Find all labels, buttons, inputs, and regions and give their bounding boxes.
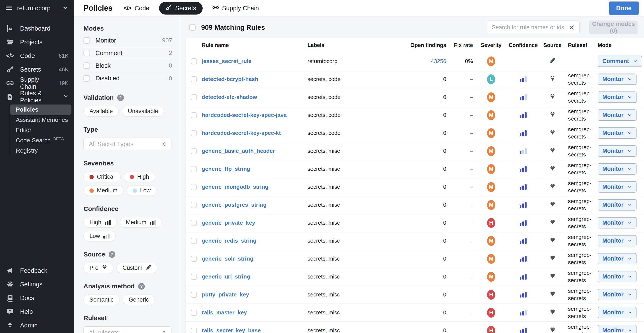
help-icon[interactable]: ? xyxy=(117,95,124,101)
help-icon[interactable]: ? xyxy=(109,251,115,258)
row-checkbox[interactable] xyxy=(191,292,197,298)
row-checkbox[interactable] xyxy=(191,130,197,136)
row-checkbox[interactable] xyxy=(191,112,197,118)
sidebar-item-help[interactable]: ? Help xyxy=(0,305,74,318)
mode-dropdown[interactable]: Monitor xyxy=(598,289,636,300)
rule-name-link[interactable]: detected-etc-shadow xyxy=(202,94,257,100)
tab-code[interactable]: </> Code xyxy=(124,5,149,12)
mode-dropdown[interactable]: Monitor xyxy=(598,127,636,139)
sidebar-item-policies[interactable]: Policies xyxy=(10,105,71,115)
mode-dropdown[interactable]: Monitor xyxy=(598,109,636,121)
sidebar-item-secrets[interactable]: Secrets 46K xyxy=(0,63,74,76)
mode-dropdown[interactable]: Monitor xyxy=(598,307,636,318)
mode-dropdown[interactable]: Comment xyxy=(598,56,642,67)
rule-name-link[interactable]: generic_redis_string xyxy=(202,237,256,244)
mode-dropdown[interactable]: Monitor xyxy=(598,271,636,282)
hamburger-menu-icon[interactable] xyxy=(5,4,12,13)
filter-confidence-high[interactable]: High xyxy=(84,217,117,228)
search-input[interactable] xyxy=(492,24,566,31)
sidebar-item-supply-chain[interactable]: Supply Chain 19K xyxy=(0,76,74,90)
mode-dropdown[interactable]: Monitor xyxy=(598,253,636,264)
filter-severity-critical[interactable]: Critical xyxy=(84,172,121,182)
mode-dropdown[interactable]: Monitor xyxy=(598,217,636,228)
filter-severity-high[interactable]: High xyxy=(124,172,155,182)
row-checkbox[interactable] xyxy=(191,184,197,190)
filter-analysis-generic[interactable]: Generic xyxy=(123,294,155,305)
filter-source-custom[interactable]: Custom xyxy=(116,263,157,273)
ruleset-select[interactable]: All rulesets xyxy=(84,326,172,333)
rule-name-link[interactable]: generic_private_key xyxy=(202,219,255,226)
block-checkbox[interactable] xyxy=(84,62,90,69)
mode-filter-block[interactable]: Block 0 xyxy=(84,59,172,72)
filter-confidence-low[interactable]: Low xyxy=(84,231,116,241)
filter-confidence-medium[interactable]: Medium xyxy=(120,217,162,228)
mode-filter-monitor[interactable]: Monitor 907 xyxy=(84,34,172,47)
sidebar-item-assistant-memories[interactable]: Assistant Memories xyxy=(10,115,71,125)
row-checkbox[interactable] xyxy=(191,220,197,226)
sidebar-item-dashboard[interactable]: Dashboard xyxy=(0,22,74,35)
monitor-checkbox[interactable] xyxy=(84,37,90,44)
done-button[interactable]: Done xyxy=(609,2,639,15)
rule-name-link[interactable]: jesses_secret_rule xyxy=(202,58,252,64)
row-checkbox[interactable] xyxy=(191,94,197,100)
tab-supply-chain[interactable]: Supply Chain xyxy=(212,4,259,12)
row-checkbox[interactable] xyxy=(191,328,197,333)
sidebar-item-docs[interactable]: Docs xyxy=(0,291,74,305)
sidebar-item-settings[interactable]: Settings xyxy=(0,277,74,291)
row-checkbox[interactable] xyxy=(191,202,197,208)
sidebar-item-feedback[interactable]: Feedback xyxy=(0,264,74,277)
row-checkbox[interactable] xyxy=(191,76,197,82)
sidebar-item-code-search[interactable]: Code SearchBETA xyxy=(10,135,71,146)
help-icon[interactable]: ? xyxy=(138,283,145,290)
mode-dropdown[interactable]: Monitor xyxy=(598,145,636,157)
rule-name-link[interactable]: generic_ftp_string xyxy=(202,166,250,172)
sidebar-item-registry[interactable]: Registry xyxy=(10,146,71,156)
rule-name-link[interactable]: hardcoded-secret-key-spec-java xyxy=(202,112,286,118)
row-checkbox[interactable] xyxy=(191,310,197,316)
filter-validation-available[interactable]: Available xyxy=(84,106,119,117)
change-modes-button[interactable]: Change modes (0) xyxy=(589,21,638,34)
sidebar-item-rules-policies[interactable]: Rules & Policies xyxy=(0,90,74,104)
disabled-checkbox[interactable] xyxy=(84,75,90,82)
filter-severity-low[interactable]: Low xyxy=(126,185,157,196)
mode-filter-disabled[interactable]: Disabled 0 xyxy=(84,72,172,85)
mode-dropdown[interactable]: Monitor xyxy=(598,325,636,333)
rule-name-link[interactable]: hardcoded-secret-key-spec-kt xyxy=(202,130,281,136)
mode-dropdown[interactable]: Monitor xyxy=(598,199,636,210)
row-checkbox[interactable] xyxy=(191,256,197,262)
mode-dropdown[interactable]: Monitor xyxy=(598,235,636,246)
tab-secrets[interactable]: Secrets xyxy=(159,2,202,15)
select-all-checkbox[interactable] xyxy=(189,24,196,31)
mode-dropdown[interactable]: Monitor xyxy=(598,163,636,175)
mode-dropdown[interactable]: Monitor xyxy=(598,181,636,193)
sidebar-item-projects[interactable]: Projects xyxy=(0,35,74,49)
secret-type-select[interactable]: All Secret Types xyxy=(84,138,172,150)
comment-checkbox[interactable] xyxy=(84,50,90,56)
sidebar-item-editor[interactable]: Editor xyxy=(10,125,71,135)
rule-name-link[interactable]: generic_uri_string xyxy=(202,273,250,280)
row-checkbox[interactable] xyxy=(191,148,197,154)
rule-name-link[interactable]: putty_private_key xyxy=(202,291,249,298)
mode-filter-comment[interactable]: Comment 2 xyxy=(84,47,172,59)
mode-dropdown[interactable]: Monitor xyxy=(598,74,636,85)
clear-search-button[interactable] xyxy=(568,24,576,31)
row-checkbox[interactable] xyxy=(191,238,197,244)
sidebar-item-code[interactable]: </> Code 61K xyxy=(0,49,74,63)
mode-dropdown[interactable]: Monitor xyxy=(598,92,636,103)
rule-name-link[interactable]: rails_master_key xyxy=(202,309,247,316)
open-findings-value[interactable]: 43256 xyxy=(431,58,446,64)
row-checkbox[interactable] xyxy=(191,58,197,64)
rule-name-link[interactable]: generic_solr_string xyxy=(202,255,253,262)
filter-analysis-semantic[interactable]: Semantic xyxy=(84,294,120,305)
rule-name-link[interactable]: generic_postgres_string xyxy=(202,202,266,208)
row-checkbox[interactable] xyxy=(191,166,197,172)
rule-name-link[interactable]: rails_secret_key_base xyxy=(202,327,261,333)
filter-source-pro[interactable]: Pro xyxy=(84,263,114,273)
rule-name-link[interactable]: detected-bcrypt-hash xyxy=(202,76,258,82)
filter-severity-medium[interactable]: Medium xyxy=(84,185,124,196)
sidebar-item-admin[interactable]: Admin xyxy=(0,318,74,332)
row-checkbox[interactable] xyxy=(191,274,197,280)
rule-name-link[interactable]: generic_mongodb_string xyxy=(202,184,268,190)
rule-name-link[interactable]: generic_basic_auth_header xyxy=(202,148,275,154)
org-switcher[interactable]: returntocorp xyxy=(0,0,74,17)
